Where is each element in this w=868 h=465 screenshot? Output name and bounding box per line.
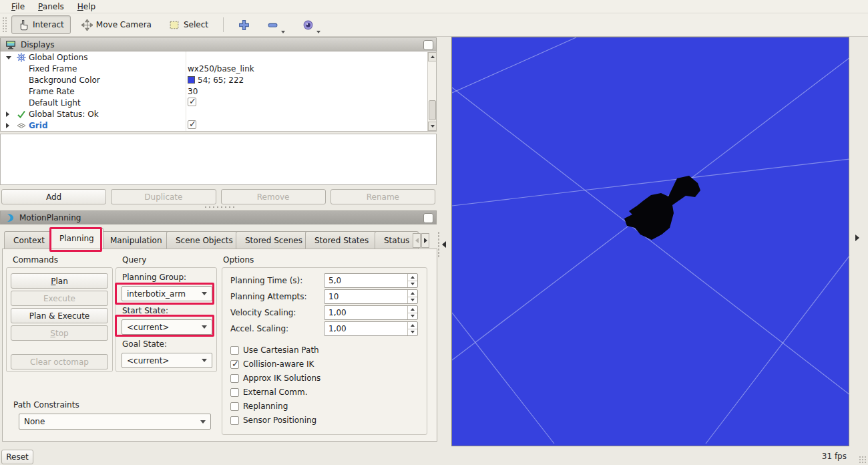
viewport-svg — [452, 37, 850, 447]
accel-scaling-label: Accel. Scaling: — [230, 324, 288, 333]
spinner-arrows-icon[interactable] — [407, 322, 417, 335]
motionplanning-float-button[interactable] — [423, 213, 433, 223]
menu-file[interactable]: File — [5, 1, 31, 12]
tab-stored-scenes[interactable]: Stored Scenes — [236, 231, 312, 249]
tree-row-global-status[interactable]: Global Status: Ok — [1, 108, 436, 120]
gear-icon — [17, 53, 26, 62]
toolbar: Interact Move Camera Select — [0, 13, 868, 37]
velocity-scaling-spinbox[interactable]: 1,00 — [324, 305, 418, 320]
expand-arrow-icon[interactable] — [6, 56, 11, 59]
tree-row-default-light[interactable]: Default Light — [1, 97, 436, 108]
select-box-icon — [169, 19, 180, 31]
scroll-down-icon[interactable] — [428, 122, 437, 131]
remove-tool-dropdown-arrow[interactable] — [281, 31, 285, 33]
approx-ik-solutions-checkbox[interactable]: Approx IK Solutions — [230, 373, 320, 383]
select-tool-button[interactable]: Select — [162, 15, 215, 34]
right-view-splitter[interactable] — [855, 235, 859, 241]
planning-time-value: 5,0 — [329, 276, 341, 285]
scrollbar-thumb[interactable] — [429, 100, 436, 120]
path-constraints-dropdown[interactable]: None — [19, 414, 211, 430]
duplicate-button[interactable]: Duplicate — [111, 189, 216, 204]
select-tool-label: Select — [184, 20, 208, 29]
sensor-positioning-checkbox[interactable]: Sensor Positioning — [230, 416, 316, 425]
fps-counter: 31 fps — [822, 452, 847, 461]
plan-and-execute-button[interactable]: Plan & Execute — [11, 308, 108, 323]
frame-rate-value[interactable]: 30 — [188, 87, 198, 96]
planning-time-spinbox[interactable]: 5,0 — [324, 273, 418, 288]
tab-context[interactable]: Context — [4, 231, 54, 249]
plus-icon — [238, 19, 250, 31]
tree-row-background-color[interactable]: Background Color 54; 65; 222 — [1, 74, 436, 86]
collapse-left-icon[interactable] — [442, 241, 446, 248]
tree-row-fixed-frame[interactable]: Fixed Frame wx250/base_link — [1, 63, 436, 74]
use-cartesian-path-checkbox[interactable]: Use Cartesian Path — [230, 345, 319, 355]
planning-time-label: Planning Time (s): — [230, 276, 302, 285]
tool-properties-dropdown-arrow[interactable] — [316, 31, 320, 33]
spinner-arrows-icon[interactable] — [407, 274, 417, 287]
background-color-value[interactable]: 54; 65; 222 — [188, 75, 244, 85]
collapse-arrow-icon[interactable] — [6, 112, 9, 117]
tab-planning[interactable]: Planning — [50, 228, 103, 249]
velocity-scaling-value: 1,00 — [329, 308, 347, 317]
tree-row-global-options[interactable]: Global Options — [1, 51, 436, 63]
left-view-splitter[interactable] — [437, 224, 451, 265]
tree-row-frame-rate[interactable]: Frame Rate 30 — [1, 86, 436, 97]
displays-panel-header[interactable]: Displays — [0, 37, 437, 51]
spinner-arrows-icon[interactable] — [407, 306, 417, 319]
motionplanning-panel-header[interactable]: MotionPlanning — [0, 210, 437, 224]
default-light-checkbox[interactable] — [188, 98, 196, 106]
clear-octomap-button[interactable]: Clear octomap — [11, 354, 108, 369]
tab-scroll-left-icon[interactable] — [413, 233, 421, 248]
rename-button[interactable]: Rename — [331, 189, 435, 204]
display-description-area — [0, 134, 437, 185]
window-resize-grip[interactable] — [859, 456, 867, 464]
grid-checkbox[interactable] — [188, 120, 196, 129]
tree-row-grid[interactable]: Grid — [1, 120, 436, 131]
motionplanning-icon — [5, 213, 15, 222]
options-groupbox: Planning Time (s): 5,0 Planning Attempts… — [222, 267, 427, 435]
move-camera-tool-button[interactable]: Move Camera — [75, 15, 158, 34]
collision-aware-ik-checkbox[interactable]: Collision-aware IK — [230, 359, 314, 369]
plan-button[interactable]: Plan — [11, 273, 108, 289]
tree-label: Fixed Frame — [29, 64, 77, 73]
planning-attempts-value: 10 — [329, 292, 339, 301]
expand-right-icon[interactable] — [855, 235, 859, 241]
interact-hand-icon — [18, 19, 29, 31]
planning-group-label: Planning Group: — [122, 273, 186, 282]
remove-button[interactable]: Remove — [221, 189, 326, 204]
tab-stored-states[interactable]: Stored States — [305, 231, 378, 249]
chevron-down-icon — [202, 359, 207, 362]
planning-attempts-spinbox[interactable]: 10 — [324, 289, 418, 304]
interact-tool-button[interactable]: Interact — [11, 15, 71, 34]
goal-state-label: Goal State: — [122, 339, 167, 349]
tree-label: Global Options — [29, 53, 87, 62]
minus-icon — [267, 19, 278, 31]
add-button[interactable]: Add — [1, 189, 106, 204]
displays-float-button[interactable] — [423, 40, 433, 50]
scroll-up-icon[interactable] — [428, 52, 437, 61]
planning-group-dropdown[interactable]: interbotix_arm — [122, 286, 212, 301]
collapse-arrow-icon[interactable] — [6, 123, 9, 128]
fixed-frame-value[interactable]: wx250/base_link — [188, 64, 254, 73]
toolbar-separator — [223, 17, 224, 32]
accel-scaling-value: 1,00 — [329, 324, 347, 333]
tab-scroll-right-icon[interactable] — [421, 233, 429, 248]
displays-scrollbar[interactable] — [427, 52, 436, 131]
add-tool-button[interactable] — [232, 15, 256, 34]
accel-scaling-spinbox[interactable]: 1,00 — [324, 321, 418, 336]
start-state-dropdown[interactable]: <current> — [122, 319, 212, 335]
external-comm-checkbox[interactable]: External Comm. — [230, 388, 308, 397]
spinner-arrows-icon[interactable] — [407, 290, 417, 303]
tab-scene-objects[interactable]: Scene Objects — [166, 231, 242, 249]
replanning-checkbox[interactable]: Replanning — [230, 402, 288, 411]
stop-button[interactable]: Stop — [11, 325, 108, 341]
goal-state-dropdown[interactable]: <current> — [122, 353, 212, 368]
menu-panels[interactable]: Panels — [32, 1, 70, 12]
toolbar-drag-handle[interactable] — [2, 17, 7, 33]
execute-button[interactable]: Execute — [11, 291, 108, 306]
reset-button[interactable]: Reset — [1, 450, 33, 464]
3d-viewport[interactable] — [451, 37, 849, 446]
tab-manipulation[interactable]: Manipulation — [101, 231, 172, 249]
panel-splitter-handle[interactable] — [204, 206, 234, 208]
menu-help[interactable]: Help — [71, 1, 101, 12]
